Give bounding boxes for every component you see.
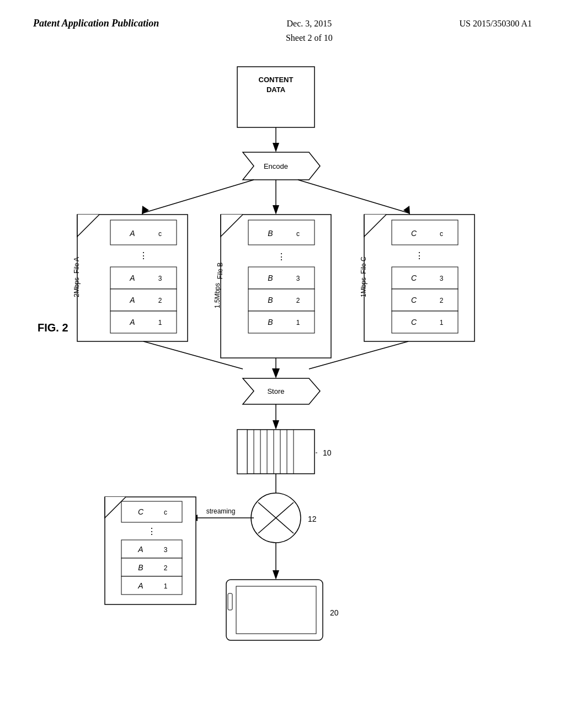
svg-text:C: C (411, 318, 417, 326)
svg-text:3: 3 (164, 546, 168, 554)
svg-text:A: A (129, 274, 135, 282)
svg-text:B: B (268, 296, 273, 304)
svg-rect-106 (236, 586, 316, 634)
svg-text:20: 20 (330, 608, 339, 617)
svg-rect-99 (121, 558, 182, 576)
svg-text:B: B (138, 563, 143, 572)
svg-text:c: c (440, 230, 443, 238)
svg-marker-90 (273, 570, 279, 580)
svg-marker-12 (403, 206, 410, 215)
svg-line-7 (143, 180, 254, 213)
svg-line-11 (298, 180, 408, 213)
page-header: Patent Application Publication Dec. 3, 2… (0, 0, 565, 50)
svg-rect-92 (121, 501, 182, 522)
svg-marker-8 (142, 206, 149, 215)
svg-text:2: 2 (296, 297, 300, 304)
header-center: Dec. 3, 2015 Sheet 2 of 10 (286, 17, 333, 45)
svg-text:Store: Store (267, 387, 284, 395)
svg-rect-20 (110, 267, 177, 289)
svg-text:3: 3 (440, 275, 444, 282)
svg-marker-64 (272, 368, 280, 378)
svg-text:File C: File C (360, 256, 367, 274)
svg-rect-16 (110, 220, 177, 245)
svg-text:1Mbps: 1Mbps (360, 277, 367, 297)
svg-text:1: 1 (296, 319, 300, 326)
svg-text:A: A (129, 296, 135, 304)
svg-text:A: A (137, 581, 143, 590)
svg-text:File A: File A (73, 257, 81, 274)
svg-rect-36 (248, 267, 315, 289)
publication-title: Patent Application Publication (33, 17, 159, 30)
svg-marker-10 (273, 205, 279, 215)
svg-text:2: 2 (158, 297, 162, 304)
svg-rect-69 (237, 430, 315, 474)
publication-date: Dec. 3, 2015 (287, 19, 332, 28)
diagram-area: CONTENT DATA Encode File A 2Mbps A c ⋮ (0, 50, 565, 712)
svg-text:DATA: DATA (266, 85, 286, 94)
svg-text:10: 10 (323, 448, 332, 457)
svg-rect-58 (392, 311, 458, 333)
svg-marker-4 (273, 143, 279, 152)
svg-text:B: B (268, 274, 273, 282)
svg-text:1: 1 (164, 582, 168, 590)
svg-rect-52 (392, 267, 458, 289)
svg-text:CONTENT: CONTENT (259, 76, 294, 84)
svg-rect-39 (248, 289, 315, 311)
svg-text:1: 1 (440, 319, 444, 326)
svg-text:12: 12 (308, 515, 317, 523)
svg-rect-78 (237, 430, 247, 474)
svg-text:⋮: ⋮ (147, 527, 156, 536)
svg-text:B: B (268, 318, 273, 326)
svg-rect-55 (392, 289, 458, 311)
svg-text:C: C (411, 229, 417, 238)
svg-text:⋮: ⋮ (139, 251, 148, 260)
svg-marker-68 (273, 420, 279, 430)
svg-rect-48 (392, 220, 458, 245)
svg-text:⋮: ⋮ (415, 251, 424, 260)
svg-rect-107 (228, 593, 232, 610)
diagram-svg: CONTENT DATA Encode File A 2Mbps A c ⋮ (0, 50, 565, 712)
svg-text:2Mbps: 2Mbps (73, 277, 81, 297)
svg-text:Encode: Encode (264, 162, 288, 170)
svg-text:File B: File B (216, 263, 224, 280)
svg-text:streaming: streaming (206, 507, 236, 515)
svg-text:2: 2 (164, 564, 168, 572)
svg-text:c: c (158, 230, 162, 238)
svg-text:A: A (137, 545, 143, 554)
svg-text:C: C (411, 274, 417, 282)
svg-text:B: B (268, 229, 273, 238)
svg-text:FIG. 2: FIG. 2 (38, 322, 68, 334)
svg-rect-96 (121, 540, 182, 558)
svg-rect-32 (248, 220, 315, 245)
svg-text:3: 3 (296, 275, 300, 282)
svg-text:A: A (129, 318, 135, 326)
svg-text:1: 1 (158, 319, 162, 326)
svg-text:1.5Mbps: 1.5Mbps (214, 283, 221, 308)
svg-text:c: c (164, 508, 167, 516)
svg-text:c: c (296, 230, 300, 238)
svg-text:C: C (138, 507, 144, 516)
svg-text:C: C (411, 296, 417, 304)
svg-text:A: A (129, 229, 135, 238)
svg-rect-102 (121, 576, 182, 595)
svg-rect-26 (110, 311, 177, 333)
svg-text:⋮: ⋮ (277, 252, 286, 261)
svg-text:3: 3 (158, 275, 162, 282)
svg-text:2: 2 (440, 297, 444, 304)
patent-number: US 2015/350300 A1 (459, 17, 532, 31)
sheet-number: Sheet 2 of 10 (286, 33, 333, 42)
svg-rect-23 (110, 289, 177, 311)
svg-rect-42 (248, 311, 315, 333)
